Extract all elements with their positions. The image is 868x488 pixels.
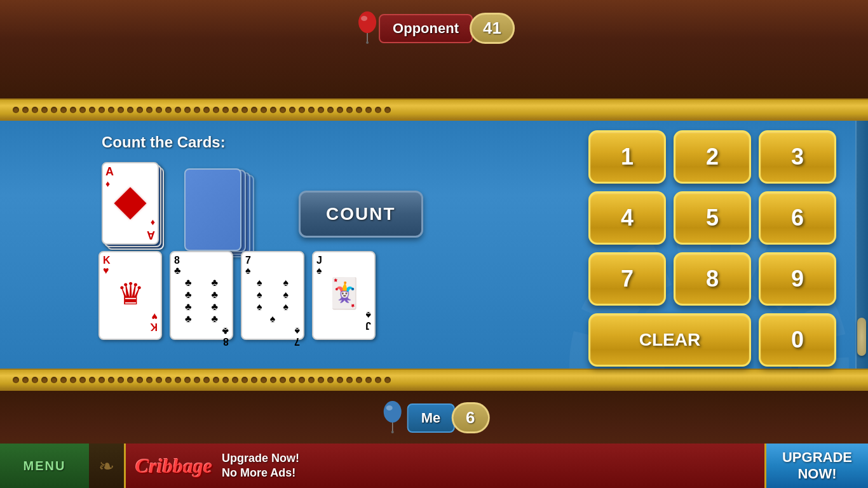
fleur-icon: ❧ bbox=[98, 455, 114, 477]
track-hole bbox=[251, 107, 257, 113]
menu-button[interactable]: MENU bbox=[0, 444, 89, 488]
king-rank-top: K♥ bbox=[103, 255, 158, 276]
num-button-9[interactable]: 9 bbox=[759, 252, 836, 306]
track-hole bbox=[365, 107, 372, 113]
track-hole bbox=[194, 377, 200, 383]
track-hole bbox=[270, 377, 276, 383]
num-button-5[interactable]: 5 bbox=[674, 191, 751, 245]
num-button-1[interactable]: 1 bbox=[588, 130, 666, 184]
track-hole bbox=[318, 377, 324, 383]
track-hole bbox=[308, 377, 315, 383]
jack-rank-bottom: J♠ bbox=[316, 310, 371, 330]
fleur-decoration: ❧ bbox=[89, 444, 124, 488]
upgrade-now-button[interactable]: UPGRADENOW! bbox=[766, 444, 868, 488]
num-button-4[interactable]: 4 bbox=[588, 191, 666, 245]
track-hole bbox=[98, 107, 105, 113]
track-hole bbox=[60, 377, 67, 383]
opponent-balloon-icon bbox=[353, 10, 382, 47]
track-hole bbox=[22, 377, 29, 383]
track-holes-bottom bbox=[13, 377, 391, 383]
track-hole bbox=[251, 377, 257, 383]
track-hole bbox=[98, 377, 105, 383]
king-rank-bottom: K♥ bbox=[103, 311, 158, 332]
track-hole bbox=[108, 107, 114, 113]
svg-point-7 bbox=[386, 405, 393, 410]
track-hole bbox=[213, 107, 219, 113]
track-hole bbox=[89, 377, 95, 383]
track-hole bbox=[270, 107, 276, 113]
track-hole bbox=[318, 107, 324, 113]
eight-rank-bottom: 8♣ bbox=[174, 326, 229, 346]
track-hole bbox=[232, 377, 238, 383]
ace-rank-bottom: A♦ bbox=[105, 218, 155, 241]
eight-clubs-pips: ♣♣ ♣♣ ♣♣ ♣♣ bbox=[174, 276, 229, 326]
track-hole bbox=[32, 107, 38, 113]
scroll-handle-right bbox=[855, 121, 868, 369]
track-hole bbox=[41, 107, 48, 113]
track-hole bbox=[194, 107, 200, 113]
track-hole bbox=[203, 107, 210, 113]
ad-banner: Cribbage Upgrade Now! No More Ads! bbox=[124, 444, 766, 488]
track-hole bbox=[22, 107, 29, 113]
track-hole bbox=[89, 107, 95, 113]
track-hole bbox=[118, 377, 124, 383]
num-button-2[interactable]: 2 bbox=[674, 130, 751, 184]
me-balloon-icon bbox=[379, 399, 407, 437]
track-hole bbox=[137, 377, 143, 383]
ace-of-diamonds-card: A♦ A♦ bbox=[102, 162, 159, 245]
track-hole bbox=[299, 377, 305, 383]
track-hole bbox=[327, 377, 334, 383]
scroll-thumb[interactable] bbox=[857, 318, 866, 356]
track-hole bbox=[165, 377, 172, 383]
card-stack: A♦ A♦ bbox=[102, 162, 165, 251]
hand-cards-row: K♥ ♛ K♥ 8♣ ♣♣ ♣♣ ♣♣ ♣♣ 8♣ 7♠ ♠♠ ♠♠ ♠♠ ♠ bbox=[98, 251, 376, 340]
track-hole bbox=[375, 377, 381, 383]
track-hole bbox=[13, 377, 19, 383]
seven-spades-pips: ♠♠ ♠♠ ♠♠ ♠ bbox=[245, 276, 300, 326]
count-button[interactable]: COUNT bbox=[299, 191, 423, 238]
track-hole bbox=[32, 377, 38, 383]
jack-rank-top: J♠ bbox=[316, 255, 371, 276]
app: Opponent 41 Count the Cards: A♦ A♦ COUNT bbox=[0, 0, 868, 488]
num-button-6[interactable]: 6 bbox=[759, 191, 836, 245]
king-of-hearts-card: K♥ ♛ K♥ bbox=[98, 251, 162, 340]
track-hole bbox=[384, 377, 391, 383]
opponent-label: Opponent bbox=[379, 14, 473, 43]
track-hole bbox=[280, 377, 286, 383]
track-hole bbox=[346, 377, 353, 383]
seven-of-spades-card: 7♠ ♠♠ ♠♠ ♠♠ ♠ 7♠ bbox=[241, 251, 304, 340]
me-score-badge: 6 bbox=[451, 402, 489, 433]
num-button-8[interactable]: 8 bbox=[674, 252, 751, 306]
track-hole bbox=[127, 107, 133, 113]
track-hole bbox=[232, 107, 238, 113]
track-hole bbox=[261, 107, 267, 113]
track-hole bbox=[13, 107, 19, 113]
track-hole bbox=[146, 107, 153, 113]
num-button-0[interactable]: 0 bbox=[759, 313, 836, 367]
num-button-3[interactable]: 3 bbox=[759, 130, 836, 184]
track-hole bbox=[156, 377, 162, 383]
track-hole bbox=[289, 107, 295, 113]
track-hole bbox=[108, 377, 114, 383]
clear-button[interactable]: CLEAR bbox=[588, 313, 751, 367]
track-hole bbox=[51, 107, 57, 113]
seven-rank-top: 7♠ bbox=[245, 255, 300, 276]
track-hole bbox=[337, 377, 343, 383]
track-hole bbox=[346, 107, 353, 113]
upgrade-now-label: UPGRADENOW! bbox=[782, 449, 852, 482]
track-hole bbox=[299, 107, 305, 113]
track-hole bbox=[261, 377, 267, 383]
svg-point-3 bbox=[361, 16, 367, 21]
me-label: Me bbox=[407, 403, 455, 433]
balloon-svg-opponent bbox=[353, 10, 382, 44]
track-hole bbox=[184, 107, 191, 113]
jack-of-spades-card: J♠ 🃏 J♠ bbox=[312, 251, 376, 340]
balloon-svg-me bbox=[379, 399, 407, 434]
num-button-7[interactable]: 7 bbox=[588, 252, 666, 306]
ad-text-line2: No More Ads! bbox=[222, 466, 299, 480]
track-hole bbox=[213, 377, 219, 383]
count-instruction: Count the Cards: bbox=[102, 133, 226, 151]
card-back-top bbox=[184, 168, 241, 251]
track-hole bbox=[137, 107, 143, 113]
track-hole bbox=[79, 377, 86, 383]
